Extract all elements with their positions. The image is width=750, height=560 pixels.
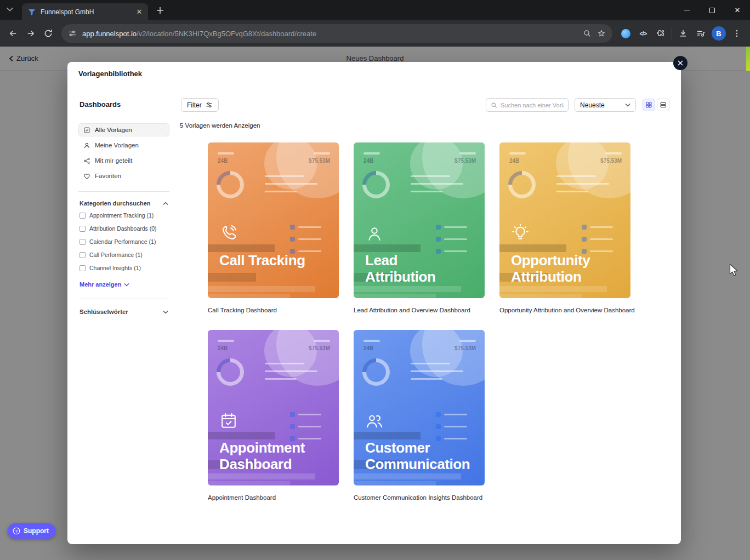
tab-search-icon[interactable] — [6, 7, 14, 12]
maximize-icon[interactable] — [700, 0, 725, 20]
modal-close-button[interactable] — [673, 56, 688, 70]
extensions-puzzle-icon[interactable] — [652, 25, 669, 42]
sidebar-divider — [78, 191, 169, 192]
results-count: 5 Vorlagen werden Anzeigen — [180, 122, 260, 129]
browser-navbar: app.funnelspot.io/v2/location/5NK3HI7QxB… — [0, 20, 750, 47]
preview-list-row — [436, 237, 467, 242]
sidebar-nav-item[interactable]: Meine Vorlagen — [78, 139, 169, 152]
category-checkbox-row[interactable]: Channel Insights (1) — [79, 264, 168, 272]
preview-stat: $75.53M — [309, 152, 330, 164]
filter-label: Filter — [187, 101, 202, 109]
template-title: Customer Communication — [365, 439, 461, 473]
help-icon: ? — [13, 527, 20, 535]
chevron-down-icon — [124, 283, 129, 287]
categories-header[interactable]: Kategorien durchsuchen — [79, 200, 168, 207]
extension-blue-icon[interactable] — [617, 25, 634, 42]
template-cell: 24B $75.53M Call Tracking Call Tracking … — [208, 142, 339, 313]
checkbox-icon[interactable] — [79, 213, 86, 219]
close-window-icon[interactable]: ✕ — [725, 0, 750, 20]
media-controls-icon[interactable] — [692, 25, 709, 42]
phone-icon — [219, 224, 238, 243]
search-input[interactable] — [501, 102, 564, 108]
checkbox-icon[interactable] — [79, 265, 86, 271]
list-view-button[interactable] — [657, 99, 669, 111]
sort-select[interactable]: Neueste — [575, 98, 636, 112]
preview-line — [265, 370, 317, 372]
preview-list-row — [290, 225, 321, 230]
preview-stat: $75.53M — [309, 340, 330, 351]
show-more-button[interactable]: Mehr anzeigen — [79, 281, 129, 288]
sidebar-nav-item[interactable]: Mit mir geteilt — [78, 154, 169, 167]
forward-icon[interactable] — [22, 25, 39, 42]
category-checkbox-row[interactable]: Calendar Performance (1) — [79, 237, 168, 246]
preview-band — [354, 294, 436, 298]
preview-donut-chart — [357, 165, 396, 204]
page: Zurück Neues Dashboard Vorlagenbibliothe… — [0, 47, 750, 560]
template-card[interactable]: 24B $75.53M Appointment Dashboard — [208, 330, 339, 485]
preview-band — [354, 473, 461, 479]
bookmark-star-icon[interactable] — [597, 29, 606, 38]
preview-list-row — [436, 225, 467, 230]
checkbox-icon[interactable] — [79, 252, 86, 258]
category-checkbox-row[interactable]: Attribution Dashboards (0) — [79, 224, 168, 233]
preview-band — [208, 432, 275, 439]
sidebar-nav: Alle Vorlagen Meine Vorlagen Mit mir get… — [78, 123, 169, 185]
template-caption: Opportunity Attribution and Overview Das… — [499, 307, 630, 313]
category-checkbox-row[interactable]: Call Performance (1) — [79, 250, 168, 259]
preview-band — [354, 481, 436, 485]
keywords-header[interactable]: Schlüsselwörter — [79, 308, 168, 315]
template-cell: 24B $75.53M Appointment Dashboard Appoin… — [208, 330, 339, 501]
tab-close-icon[interactable]: ✕ — [135, 8, 144, 16]
extension-code-icon[interactable]: </> — [634, 25, 652, 42]
view-toggle — [643, 99, 669, 111]
search-icon — [491, 102, 497, 108]
preview-donut-chart — [503, 165, 542, 204]
preview-line — [411, 378, 442, 380]
preview-stat: $75.53M — [454, 152, 476, 164]
preview-stat: $75.53M — [600, 152, 622, 164]
grid-view-button[interactable] — [643, 99, 655, 111]
template-caption: Call Tracking Dashboard — [208, 307, 339, 313]
preview-list-row — [436, 424, 467, 429]
template-card[interactable]: 24B $75.53M Call Tracking — [208, 142, 339, 298]
url-bar[interactable]: app.funnelspot.io/v2/location/5NK3HI7QxB… — [61, 24, 612, 43]
template-card[interactable]: 24B $75.53M Customer Communication — [354, 330, 485, 485]
mouse-cursor — [729, 264, 739, 278]
minimize-icon[interactable] — [674, 0, 700, 20]
reload-icon[interactable] — [39, 25, 57, 42]
preview-line — [411, 191, 442, 192]
preview-band — [499, 294, 582, 298]
template-card[interactable]: 24B $75.53M Opportunity Attribution — [499, 142, 630, 298]
preview-list-row — [290, 237, 321, 242]
checkbox-icon[interactable] — [79, 226, 86, 232]
categories-heading: Kategorien durchsuchen — [79, 200, 151, 207]
site-info-icon[interactable] — [68, 29, 77, 38]
downloads-icon[interactable] — [674, 25, 692, 42]
zoom-icon[interactable] — [583, 29, 592, 38]
new-tab-icon[interactable] — [155, 5, 166, 16]
sidebar-nav-item[interactable]: Favoriten — [78, 169, 169, 182]
preview-band — [499, 244, 566, 252]
sidebar-nav-item[interactable]: Alle Vorlagen — [78, 123, 169, 136]
checkbox-icon[interactable] — [79, 239, 86, 245]
preview-band — [499, 286, 607, 292]
menu-kebab-icon[interactable] — [728, 25, 746, 42]
back-icon[interactable] — [4, 25, 22, 42]
people-icon — [365, 411, 384, 431]
preview-line — [556, 175, 596, 177]
window-controls: ✕ — [674, 0, 750, 20]
template-card[interactable]: 24B $75.53M Lead Attribution — [354, 142, 485, 298]
template-cell: 24B $75.53M Lead Attribution Lead Attrib… — [354, 142, 485, 313]
category-checkbox-row[interactable]: Appointment Tracking (1) — [79, 211, 168, 220]
preview-band — [208, 473, 315, 479]
template-title: Opportunity Attribution — [511, 252, 606, 285]
support-button[interactable]: ? Support — [8, 523, 55, 539]
preview-list-row — [436, 412, 467, 417]
preview-stat: $75.53M — [454, 340, 476, 351]
browser-tab[interactable]: Funnelspot GmbH ✕ — [22, 3, 148, 20]
profile-avatar[interactable]: B — [712, 26, 726, 41]
preview-band — [208, 294, 290, 298]
preview-stat: 24B — [218, 340, 234, 351]
preview-band — [354, 286, 461, 292]
filter-button[interactable]: Filter — [181, 98, 219, 112]
